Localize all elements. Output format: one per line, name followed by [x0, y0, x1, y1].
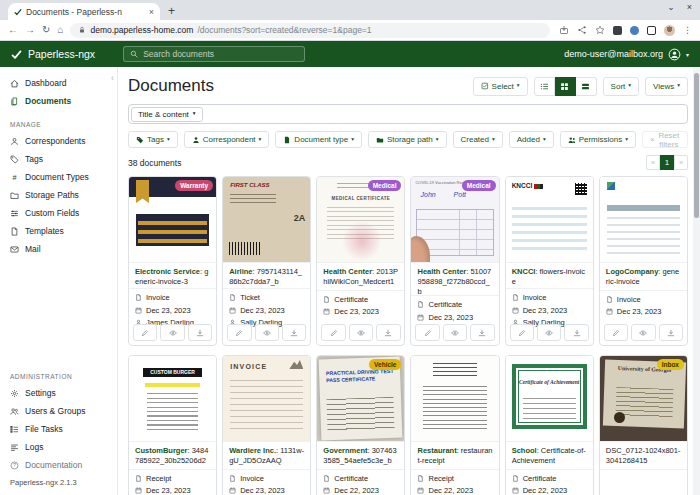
title-content-filter-input[interactable]: Title & content ▾ — [128, 104, 688, 124]
document-thumbnail[interactable]: COVID-19 Vaccination RecJohn PottMedical — [411, 177, 498, 263]
tag-badge[interactable]: Vehicle — [369, 359, 401, 370]
sidebar-item-documentation[interactable]: ? Documentation — [0, 456, 117, 474]
sidebar-collapse-toggle[interactable]: ‹ — [111, 73, 114, 83]
document-title-link[interactable]: Wardiere Inc.: 1131w-gU_JD5OzAAQ — [223, 442, 310, 469]
sidebar-item-logs[interactable]: Logs — [0, 438, 117, 456]
document-card[interactable]: LogoCompany: generic-invoiceInvoiceDec 2… — [599, 176, 688, 346]
sidebar-item-correspondents[interactable]: Correspondents — [0, 132, 117, 150]
filter-added-button[interactable]: Added▾ — [509, 131, 554, 148]
edit-document-button[interactable] — [510, 324, 534, 341]
download-document-button[interactable] — [188, 324, 212, 341]
document-thumbnail[interactable]: Certificate of Achievement — [506, 356, 593, 442]
browser-menu-icon[interactable]: ⋮ — [683, 25, 692, 35]
document-title-link[interactable]: Government: 3074633585_54aefe5c3e_b — [317, 442, 404, 469]
edit-document-button[interactable] — [415, 324, 439, 341]
share-icon[interactable] — [577, 25, 587, 35]
sidebar-item-users-groups[interactable]: Users & Groups — [0, 402, 117, 420]
document-title-link[interactable]: Health Center: 51007958898_f272b80ccd_b — [411, 263, 498, 295]
download-document-button[interactable] — [470, 324, 494, 341]
sidebar-item-storage-paths[interactable]: Storage Paths — [0, 186, 117, 204]
back-icon[interactable]: ← — [8, 25, 18, 35]
view-document-button[interactable] — [537, 324, 561, 341]
document-card[interactable]: WarrantyElectronic Service: generic-invo… — [128, 176, 217, 346]
document-card[interactable]: Restaurant: restaurant-receiptReceiptDec… — [410, 355, 499, 495]
browser-tab[interactable]: Documents - Paperless-n × — [8, 3, 160, 20]
download-document-button[interactable] — [376, 324, 400, 341]
view-document-button[interactable] — [255, 324, 279, 341]
pagination-page-1[interactable]: 1 — [660, 155, 674, 170]
window-restore-icon[interactable]: ⌄ — [667, 2, 675, 12]
edit-document-button[interactable] — [227, 324, 251, 341]
address-bar[interactable]: demo.paperless-home.com/documents?sort=c… — [70, 23, 550, 38]
document-thumbnail[interactable]: PRACTICAL DRIVING TEST PASS CERTIFICATEV… — [317, 356, 404, 442]
app-logo[interactable]: Paperless-ngx — [11, 48, 95, 60]
reload-icon[interactable]: ↻ — [42, 25, 50, 35]
tag-badge[interactable]: Inbox — [657, 359, 684, 370]
view-document-button[interactable] — [160, 324, 184, 341]
sidebar-item-tags[interactable]: Tags — [0, 150, 117, 168]
filter-field-selector[interactable]: Title & content ▾ — [131, 107, 203, 122]
document-title-link[interactable]: DSC_0712-1024x801-3041268415 — [600, 442, 687, 469]
document-title-link[interactable]: Electronic Service: generic-invoice-3 — [129, 263, 216, 288]
document-title-link[interactable]: KNCCI: flowers-invoice — [506, 263, 593, 288]
document-thumbnail[interactable]: Warranty — [129, 177, 216, 263]
document-thumbnail[interactable] — [600, 177, 687, 263]
sidebar-item-mail[interactable]: Mail — [0, 240, 117, 258]
bookmark-star-icon[interactable] — [595, 25, 605, 35]
document-title-link[interactable]: LogoCompany: generic-invoice — [600, 263, 687, 290]
edit-document-button[interactable] — [321, 324, 345, 341]
document-thumbnail[interactable]: CUSTOM BURGER — [129, 356, 216, 442]
list-view-button[interactable] — [534, 77, 555, 96]
document-thumbnail[interactable] — [411, 356, 498, 442]
view-document-button[interactable] — [443, 324, 467, 341]
sidebar-item-settings[interactable]: Settings — [0, 384, 117, 402]
window-close-icon[interactable]: × — [687, 2, 692, 12]
document-thumbnail[interactable]: KNCCI — [506, 177, 593, 263]
document-card[interactable]: University of GeorgiaInboxDSC_0712-1024x… — [599, 355, 688, 495]
forward-icon[interactable]: → — [25, 25, 35, 35]
install-icon[interactable] — [559, 25, 569, 35]
sidebar-item-templates[interactable]: Templates — [0, 222, 117, 240]
document-thumbnail[interactable]: MEDICAL CERTIFICATEMedical — [317, 177, 404, 263]
document-thumbnail[interactable]: INVOICE — [223, 356, 310, 442]
edit-document-button[interactable] — [604, 324, 628, 341]
sidebar-item-document-types[interactable]: #Document Types — [0, 168, 117, 186]
global-search-input[interactable]: Search documents — [123, 46, 305, 62]
extension-icon[interactable] — [613, 26, 622, 35]
filter-correspondent-button[interactable]: Correspondent▾ — [184, 131, 270, 148]
document-thumbnail[interactable]: University of GeorgiaInbox — [600, 356, 687, 442]
document-title-link[interactable]: School: Certificate-of-Achievement — [506, 442, 593, 469]
views-button[interactable]: Views ▾ — [645, 77, 688, 96]
document-title-link[interactable]: Restaurant: restaurant-receipt — [411, 442, 498, 469]
sidebar-item-dashboard[interactable]: Dashboard — [0, 74, 117, 92]
document-card[interactable]: MEDICAL CERTIFICATEMedicalHealth Center:… — [316, 176, 405, 346]
edit-document-button[interactable] — [133, 324, 157, 341]
scrollbar-thumb[interactable] — [694, 73, 699, 218]
document-title-link[interactable]: Health Center: 2013PhilWikiCon_Medcert1 — [317, 263, 404, 290]
tag-badge[interactable]: Medical — [368, 180, 402, 191]
document-thumbnail[interactable]: FIRST CLASS2A — [223, 177, 310, 263]
pagination-prev[interactable]: « — [646, 155, 660, 170]
sort-button[interactable]: Sort ▾ — [603, 77, 639, 96]
detail-view-button[interactable] — [576, 77, 597, 96]
filter-tags-button[interactable]: Tags▾ — [128, 131, 178, 148]
document-card[interactable]: PRACTICAL DRIVING TEST PASS CERTIFICATEV… — [316, 355, 405, 495]
tag-badge[interactable]: Medical — [462, 180, 496, 191]
sidebar-item-documents[interactable]: Documents — [0, 92, 117, 110]
pagination-next[interactable]: » — [674, 155, 688, 170]
select-button[interactable]: Select ▾ — [473, 77, 528, 96]
document-title-link[interactable]: CustomBurger: 3484785922_30b25206d2 — [129, 442, 216, 469]
sidebar-item-file-tasks[interactable]: File Tasks — [0, 420, 117, 438]
download-document-button[interactable] — [659, 324, 683, 341]
sidebar-item-custom-fields[interactable]: Custom Fields — [0, 204, 117, 222]
download-document-button[interactable] — [282, 324, 306, 341]
page-scrollbar[interactable] — [693, 67, 700, 495]
view-document-button[interactable] — [631, 324, 655, 341]
new-tab-button[interactable]: + — [168, 3, 175, 20]
view-document-button[interactable] — [349, 324, 373, 341]
filter-created-button[interactable]: Created▾ — [453, 131, 503, 148]
document-card[interactable]: FIRST CLASS2AAirline: 7957143114_86b2c7d… — [222, 176, 311, 346]
download-document-button[interactable] — [564, 324, 588, 341]
filter-document-type-button[interactable]: Document type▾ — [275, 131, 362, 148]
filter-permissions-button[interactable]: Permissions▾ — [560, 131, 636, 148]
